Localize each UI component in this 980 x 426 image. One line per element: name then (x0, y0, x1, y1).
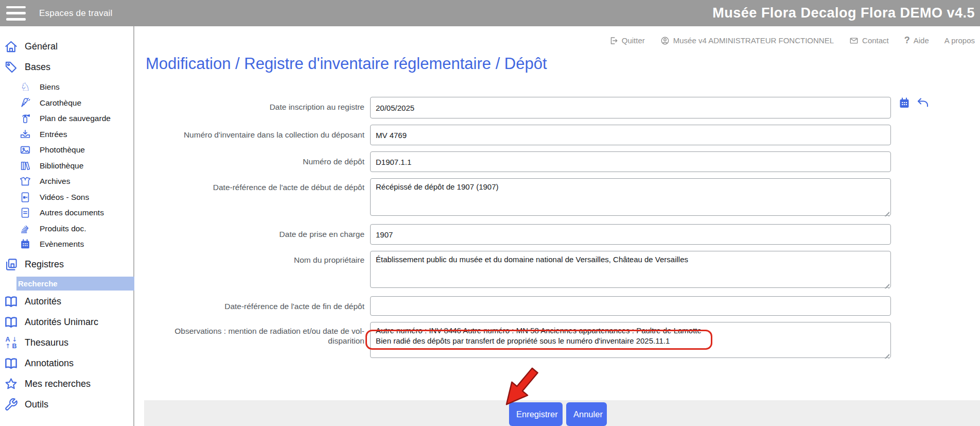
form-row: Date-référence de l'acte de début de dép… (146, 178, 969, 218)
tag-icon (4, 60, 18, 74)
sidebar-item-plan-de-sauvegarde[interactable]: Plan de sauvegarde (0, 111, 133, 127)
sidebar-item-evenements[interactable]: Evènements (0, 236, 133, 252)
save-button[interactable]: Enregistrer (509, 402, 563, 426)
user-icon (660, 36, 670, 45)
quit-button[interactable]: Quitter (609, 36, 645, 45)
contact-button[interactable]: Contact (849, 36, 889, 45)
sidebar-item-autorites-unimarc[interactable]: Autorités Unimarc (0, 312, 133, 333)
undo-icon[interactable] (917, 97, 929, 109)
main-content: Quitter Musée v4 ADMINISTRATEUR FONCTION… (135, 26, 980, 426)
sidebar-item-general[interactable]: Général (0, 36, 133, 57)
form-row: Nom du propriétaire Établissement public… (146, 251, 969, 290)
date-reference-fin-depot-input[interactable] (370, 296, 891, 316)
user-menu[interactable]: Musée v4 ADMINISTRATEUR FONCTIONNEL (660, 36, 834, 45)
sidebar-item-bibliotheque[interactable]: Bibliothèque (0, 158, 133, 174)
form-row: Numéro de dépôt (146, 151, 969, 172)
date-reference-debut-depot-textarea[interactable]: Récépissé de dépôt de 1907 (1907) (370, 178, 891, 216)
registers-icon (4, 258, 18, 271)
inbox-download-icon (20, 129, 31, 140)
fire-extinguisher-icon (20, 113, 31, 124)
home-icon (4, 40, 18, 54)
photo-icon (20, 144, 31, 156)
sidebar-item-entrees[interactable]: Entrées (0, 127, 133, 143)
sidebar-item-carotheque[interactable]: Carothèque (0, 95, 133, 111)
hamburger-menu-icon[interactable] (6, 6, 26, 21)
form-row: Date-référence de l'acte de fin de dépôt (146, 296, 969, 316)
workspaces-label: Espaces de travail (39, 8, 113, 19)
form-row: Date de prise en charge (146, 224, 969, 245)
star-icon (4, 377, 18, 391)
paper-stack-icon (20, 223, 31, 234)
cancel-button[interactable]: Annuler (566, 402, 607, 426)
app-window: { "topbar": { "menu_label": "Espaces de … (0, 0, 980, 426)
wrench-icon (4, 398, 18, 412)
sidebar-item-bases[interactable]: Bases (0, 57, 133, 77)
topbar: Espaces de travail Musée Flora Decalog F… (0, 0, 980, 26)
field-label: Date inscription au registre (146, 97, 364, 112)
date-inscription-input[interactable] (370, 97, 891, 118)
sidebar-item-mes-recherches[interactable]: Mes recherches (0, 374, 133, 395)
sidebar-item-registres[interactable]: Registres (0, 254, 133, 275)
sidebar-item-videos-sons[interactable]: Vidéos - Sons (0, 190, 133, 206)
field-label: Numéro d'inventaire dans la collection d… (146, 125, 364, 140)
sidebar-item-autorites[interactable]: Autorités (0, 292, 133, 312)
sidebar: Général Bases ♘ Biens Carothèque Plan de… (0, 26, 134, 426)
open-box-icon (20, 176, 31, 187)
about-button[interactable]: A propos (944, 36, 975, 45)
carrot-icon (20, 97, 31, 109)
nom-proprietaire-textarea[interactable]: Établissement public du musée et du doma… (370, 251, 891, 288)
app-title: Musée Flora Decalog Flora DEMO v4.5 (712, 5, 975, 21)
sidebar-item-recherche[interactable]: Recherche (16, 277, 134, 291)
open-book-icon (4, 356, 18, 370)
chess-knight-icon: ♘ (20, 81, 31, 93)
field-label: Numéro de dépôt (146, 151, 364, 166)
calendar-picker-icon[interactable] (898, 97, 911, 109)
sidebar-item-autres-documents[interactable]: Autres documents (0, 205, 133, 221)
numero-depot-input[interactable] (370, 151, 891, 172)
field-label: Date-référence de l'acte de début de dép… (146, 178, 364, 192)
header-toolbar: Quitter Musée v4 ADMINISTRATEUR FONCTION… (609, 35, 975, 46)
field-label: Date de prise en charge (146, 224, 364, 239)
form-row: Observations : mention de radiation et/o… (146, 322, 969, 360)
sidebar-item-thesaurus[interactable]: A↓↑B Thesaurus (0, 333, 133, 353)
sidebar-item-phototheque[interactable]: Photothèque (0, 142, 133, 158)
page-title: Modification / Registre d'inventaire rég… (146, 55, 547, 73)
calendar-icon (20, 238, 31, 250)
date-prise-en-charge-input[interactable] (370, 224, 891, 245)
open-book-icon (4, 315, 18, 329)
help-button[interactable]: ? Aide (904, 35, 929, 46)
sidebar-item-biens[interactable]: ♘ Biens (0, 79, 133, 95)
sidebar-item-annotations[interactable]: Annotations (0, 353, 133, 374)
sort-alpha-icon: A↓↑B (4, 336, 18, 350)
deposit-form: Date inscription au registre Numéro d'in… (146, 97, 969, 366)
logout-icon (609, 36, 618, 45)
sidebar-item-produits-doc[interactable]: Produits doc. (0, 221, 133, 237)
video-file-icon (20, 192, 31, 203)
open-book-icon (4, 295, 18, 309)
form-row: Numéro d'inventaire dans la collection d… (146, 125, 969, 145)
field-label: Date-référence de l'acte de fin de dépôt (146, 296, 364, 311)
document-icon (20, 207, 31, 218)
form-row: Date inscription au registre (146, 97, 969, 118)
mail-icon (849, 36, 859, 45)
question-mark-icon: ? (904, 35, 910, 46)
sidebar-item-archives[interactable]: Archives (0, 174, 133, 190)
numero-inventaire-deposant-input[interactable] (370, 125, 891, 145)
sidebar-item-outils[interactable]: Outils (0, 395, 133, 415)
observations-textarea[interactable]: Autre numéro : INV 8446 Autre numéro : M… (370, 322, 891, 358)
field-label: Nom du propriétaire (146, 251, 364, 265)
books-icon (20, 160, 31, 172)
field-label: Observations : mention de radiation et/o… (146, 322, 364, 346)
